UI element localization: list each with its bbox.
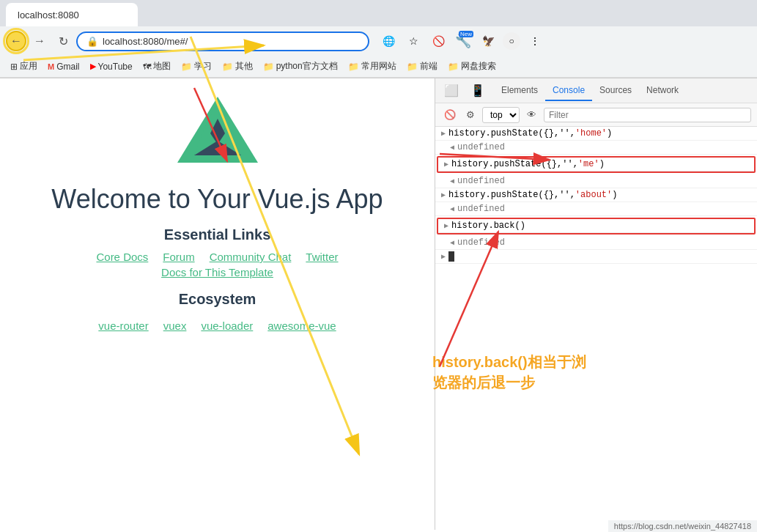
bookmark-study[interactable]: 📁 学习 xyxy=(177,59,216,74)
bookmark-common[interactable]: 📁 常用网站 xyxy=(344,59,401,74)
tab-sources[interactable]: Sources xyxy=(592,81,639,101)
apps-label: 应用 xyxy=(20,60,37,73)
translate-icon[interactable]: 🌐 xyxy=(378,31,399,51)
reload-button[interactable]: ↻ xyxy=(53,31,73,51)
maps-label: 地图 xyxy=(153,60,171,73)
address-bar[interactable]: 🔒 localhost:8080/me#/ xyxy=(76,32,369,51)
youtube-label: YouTube xyxy=(98,62,133,72)
expand-arrow-3[interactable]: ▶ xyxy=(441,191,446,199)
inspect-element-btn[interactable]: ⬜ xyxy=(441,82,462,99)
console-text-2: history.pushState({},'','me') xyxy=(451,159,605,169)
essential-links-row: Core Docs Forum Community Chat Twitter xyxy=(96,251,338,263)
common-label: 常用网站 xyxy=(361,60,396,73)
core-docs-link[interactable]: Core Docs xyxy=(96,251,148,263)
eye-icon-btn[interactable]: 👁 xyxy=(524,108,539,122)
bookmark-frontend[interactable]: 📁 前端 xyxy=(402,59,442,74)
vue-router-link[interactable]: vue-router xyxy=(98,319,148,332)
console-toolbar: 🚫 ⚙ top 👁 xyxy=(435,103,757,127)
forward-icon: → xyxy=(34,34,45,48)
bookmark-apps[interactable]: ⊞ 应用 xyxy=(6,59,42,74)
bookmark-maps[interactable]: 🗺 地图 xyxy=(139,59,175,74)
bookmark-gmail[interactable]: M Gmail xyxy=(43,60,84,73)
input-prompt: ▶ xyxy=(441,252,446,261)
extension-icon[interactable]: 🔧 New xyxy=(453,31,473,51)
bookmark-python[interactable]: 📁 python官方文档 xyxy=(259,59,342,74)
block-icon[interactable]: 🚫 xyxy=(428,31,448,51)
console-output-2: ◀ undefined xyxy=(435,174,757,188)
tab-console[interactable]: Console xyxy=(545,81,592,101)
console-text-1: history.pushState({},'','home') xyxy=(448,128,612,138)
kakaotalk-icon[interactable]: 🦅 xyxy=(478,31,498,51)
console-entry-1: ▶ history.pushState({},'','home') xyxy=(435,127,757,141)
bookmark-youtube[interactable]: ▶ YouTube xyxy=(86,60,137,73)
nav-icons: 🌐 ☆ 🚫 🔧 New 🦅 ○ ⋮ xyxy=(378,31,545,51)
devtools-panel: ⬜ 📱 Elements Console Sources Network 🚫 ⚙… xyxy=(435,78,757,530)
apps-icon: ⊞ xyxy=(10,62,18,72)
app-title: Welcome to Your Vue.js App xyxy=(51,184,383,215)
filter-input[interactable] xyxy=(544,108,751,122)
twitter-link[interactable]: Twitter xyxy=(306,251,338,263)
undefined-text-3: undefined xyxy=(457,204,505,214)
vue-app-page: Welcome to Your Vue.js App Essential Lin… xyxy=(0,78,435,530)
bookmark-icon[interactable]: ☆ xyxy=(403,31,424,51)
expand-arrow-4[interactable]: ▶ xyxy=(444,221,448,230)
community-chat-link[interactable]: Community Chat xyxy=(210,251,292,263)
undefined-text-2: undefined xyxy=(457,176,505,186)
youtube-icon: ▶ xyxy=(90,62,96,71)
tab-network[interactable]: Network xyxy=(639,81,686,101)
console-entry-3: ▶ history.pushState({},'','about') xyxy=(435,188,757,202)
essential-links-title: Essential Links xyxy=(164,226,271,243)
back-button[interactable]: ← xyxy=(6,31,26,51)
python-label: python官方文档 xyxy=(276,60,338,73)
console-entry-4: ▶ history.back() xyxy=(438,219,754,233)
bookmark-netdisk[interactable]: 📁 网盘搜索 xyxy=(443,59,501,74)
docs-template-link[interactable]: Docs for This Template xyxy=(161,266,273,278)
frontend-label: 前端 xyxy=(420,60,437,73)
ecosystem-title: Ecosystem xyxy=(179,291,256,308)
menu-button[interactable]: ⋮ xyxy=(525,31,545,51)
console-input-line[interactable]: ▶ xyxy=(435,250,757,264)
lock-icon: 🔒 xyxy=(86,36,98,47)
docs-template-link-row: Docs for This Template xyxy=(161,266,273,279)
gmail-label: Gmail xyxy=(56,62,79,72)
collapse-arrow-2[interactable]: ◀ xyxy=(450,177,454,185)
netdisk-label: 网盘搜索 xyxy=(461,60,496,73)
device-mode-btn[interactable]: 📱 xyxy=(468,82,488,99)
clear-console-btn[interactable]: 🚫 xyxy=(441,108,459,122)
circle-icon[interactable]: ○ xyxy=(503,32,520,50)
console-output-4: ◀ undefined xyxy=(435,236,757,250)
vuex-link[interactable]: vuex xyxy=(163,319,187,332)
expand-arrow-1[interactable]: ▶ xyxy=(441,129,446,138)
console-cursor xyxy=(448,251,454,262)
browser-chrome: localhost:8080 ← → ↻ 🔒 localhost:8080/me… xyxy=(0,0,757,78)
url-text: localhost:8080/me#/ xyxy=(103,36,188,47)
collapse-arrow-3[interactable]: ◀ xyxy=(450,204,454,213)
study-label: 学习 xyxy=(194,60,212,73)
other-label: 其他 xyxy=(235,60,253,73)
folder-icon: 📁 xyxy=(181,62,192,72)
bookmark-other[interactable]: 📁 其他 xyxy=(218,59,257,74)
context-select[interactable]: top xyxy=(482,107,520,123)
vue-loader-link[interactable]: vue-loader xyxy=(201,319,253,332)
highlighted-entry-me: ▶ history.pushState({},'','me') xyxy=(437,156,756,173)
status-url: https://blog.csdn.net/weixin_44827418 xyxy=(614,522,751,531)
forum-link[interactable]: Forum xyxy=(163,251,194,263)
console-output: ▶ history.pushState({},'','home') ◀ unde… xyxy=(435,127,757,530)
vue-logo xyxy=(174,93,262,169)
awesome-vue-link[interactable]: awesome-vue xyxy=(267,319,336,332)
status-bar: https://blog.csdn.net/weixin_44827418 xyxy=(608,520,757,532)
main-layout: Welcome to Your Vue.js App Essential Lin… xyxy=(0,78,757,530)
active-tab[interactable]: localhost:8080 xyxy=(6,3,138,26)
expand-arrow-2[interactable]: ▶ xyxy=(444,160,448,169)
console-settings-btn[interactable]: ⚙ xyxy=(463,108,478,122)
reload-icon: ↻ xyxy=(59,34,68,48)
console-output-1: ◀ undefined xyxy=(435,141,757,155)
back-icon: ← xyxy=(10,34,22,48)
maps-icon: 🗺 xyxy=(143,62,151,71)
bookmarks-bar: ⊞ 应用 M Gmail ▶ YouTube 🗺 地图 📁 学习 📁 其他 📁 … xyxy=(0,56,757,78)
console-text-4: history.back() xyxy=(451,221,525,231)
collapse-arrow-1[interactable]: ◀ xyxy=(450,143,454,152)
tab-elements[interactable]: Elements xyxy=(494,81,545,101)
collapse-arrow-4[interactable]: ◀ xyxy=(450,238,454,247)
forward-button[interactable]: → xyxy=(29,31,50,51)
